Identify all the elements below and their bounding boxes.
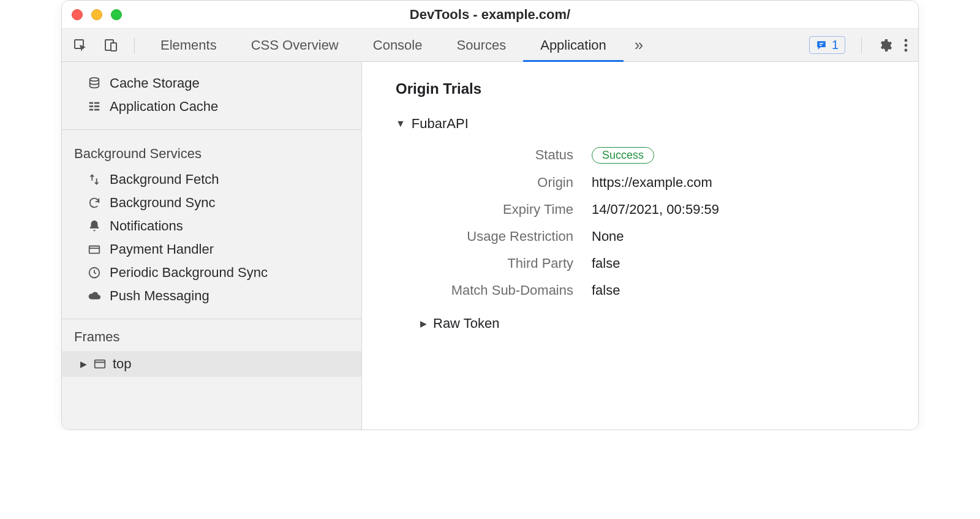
usage-restriction-label: Usage Restriction bbox=[396, 229, 592, 244]
svg-rect-12 bbox=[94, 105, 99, 107]
svg-rect-3 bbox=[820, 43, 823, 44]
usage-restriction-value: None bbox=[592, 229, 624, 244]
more-tabs-button[interactable]: » bbox=[624, 29, 654, 62]
kebab-icon bbox=[903, 38, 908, 53]
svg-rect-14 bbox=[94, 109, 99, 111]
grid-icon bbox=[86, 100, 102, 113]
origin-value: https://example.com bbox=[592, 175, 712, 191]
issues-count: 1 bbox=[832, 38, 839, 52]
third-party-value: false bbox=[592, 256, 620, 271]
expiry-label: Expiry Time bbox=[396, 202, 592, 218]
panel-heading: Origin Trials bbox=[396, 80, 894, 97]
tab-application[interactable]: Application bbox=[523, 29, 624, 62]
svg-point-5 bbox=[905, 39, 908, 42]
close-window-button[interactable] bbox=[72, 9, 83, 20]
sidebar-item-periodic-background-sync[interactable]: Periodic Background Sync bbox=[62, 261, 361, 284]
sidebar-item-label: Cache Storage bbox=[110, 75, 200, 91]
settings-button[interactable] bbox=[878, 38, 892, 53]
svg-rect-13 bbox=[89, 109, 93, 111]
match-subdomains-value: false bbox=[592, 282, 620, 298]
traffic-lights bbox=[72, 9, 122, 20]
sidebar-item-notifications[interactable]: Notifications bbox=[62, 214, 361, 238]
trial-name: FubarAPI bbox=[412, 116, 469, 132]
devtools-window: DevTools - example.com/ Elements CSS Ove… bbox=[61, 0, 919, 430]
third-party-label: Third Party bbox=[396, 256, 592, 271]
sidebar-item-frame-top[interactable]: ▶ top bbox=[62, 351, 361, 377]
sidebar-item-label: Push Messaging bbox=[110, 288, 209, 304]
disclosure-triangle-icon: ▶ bbox=[420, 319, 427, 328]
database-icon bbox=[86, 77, 102, 90]
sidebar-item-push-messaging[interactable]: Push Messaging bbox=[62, 284, 361, 308]
tab-console[interactable]: Console bbox=[356, 29, 440, 62]
more-options-button[interactable] bbox=[903, 38, 908, 53]
expiry-value: 14/07/2021, 00:59:59 bbox=[592, 202, 719, 218]
svg-rect-2 bbox=[111, 43, 116, 51]
minimize-window-button[interactable] bbox=[91, 9, 102, 20]
device-toolbar-button[interactable] bbox=[99, 34, 123, 56]
clock-icon bbox=[86, 266, 102, 279]
sidebar-item-label: Payment Handler bbox=[110, 241, 214, 257]
window-title: DevTools - example.com/ bbox=[62, 7, 918, 23]
tab-css-overview[interactable]: CSS Overview bbox=[234, 29, 356, 62]
svg-rect-11 bbox=[89, 105, 93, 107]
sidebar-item-label: Background Fetch bbox=[110, 172, 219, 188]
trial-disclosure[interactable]: ▼ FubarAPI bbox=[396, 116, 894, 132]
svg-rect-15 bbox=[89, 246, 100, 254]
separator bbox=[134, 37, 135, 53]
sidebar-item-cache-storage[interactable]: Cache Storage bbox=[62, 72, 361, 95]
titlebar: DevTools - example.com/ bbox=[62, 1, 918, 29]
svg-point-7 bbox=[905, 48, 908, 51]
feedback-icon bbox=[816, 40, 827, 51]
fetch-icon bbox=[86, 173, 102, 186]
svg-rect-9 bbox=[89, 102, 93, 104]
sync-icon bbox=[86, 196, 102, 210]
issues-button[interactable]: 1 bbox=[809, 36, 845, 54]
gear-icon bbox=[878, 38, 892, 53]
tab-sources[interactable]: Sources bbox=[439, 29, 523, 62]
svg-rect-10 bbox=[94, 102, 99, 104]
disclosure-triangle-icon: ▼ bbox=[396, 118, 405, 129]
tabbar: Elements CSS Overview Console Sources Ap… bbox=[62, 29, 918, 62]
match-subdomains-label: Match Sub-Domains bbox=[396, 282, 592, 298]
disclosure-triangle-icon: ▶ bbox=[80, 359, 87, 369]
svg-rect-18 bbox=[95, 360, 105, 368]
sidebar-section-background-services[interactable]: Background Services bbox=[62, 136, 361, 168]
svg-point-8 bbox=[90, 78, 99, 81]
credit-card-icon bbox=[86, 243, 102, 256]
tab-elements[interactable]: Elements bbox=[143, 29, 234, 62]
origin-trials-panel: Origin Trials ▼ FubarAPI Status Success … bbox=[362, 62, 918, 430]
application-sidebar: Cache Storage Application Cache Backgrou… bbox=[62, 62, 362, 430]
sidebar-item-background-sync[interactable]: Background Sync bbox=[62, 191, 361, 214]
sidebar-item-background-fetch[interactable]: Background Fetch bbox=[62, 168, 361, 191]
bell-icon bbox=[86, 219, 102, 233]
sidebar-item-label: Periodic Background Sync bbox=[110, 265, 268, 281]
separator bbox=[861, 37, 862, 53]
sidebar-item-application-cache[interactable]: Application Cache bbox=[62, 95, 361, 118]
sidebar-section-frames[interactable]: Frames bbox=[62, 319, 361, 351]
raw-token-label: Raw Token bbox=[433, 316, 499, 331]
sidebar-item-label: Notifications bbox=[110, 218, 183, 234]
sidebar-item-label: Application Cache bbox=[110, 99, 218, 115]
origin-label: Origin bbox=[396, 175, 592, 191]
sidebar-item-payment-handler[interactable]: Payment Handler bbox=[62, 238, 361, 261]
inspect-element-button[interactable] bbox=[68, 34, 92, 56]
raw-token-disclosure[interactable]: ▶ Raw Token bbox=[420, 316, 894, 331]
frame-label: top bbox=[113, 356, 132, 372]
status-badge: Success bbox=[592, 147, 654, 164]
sidebar-item-label: Background Sync bbox=[110, 195, 215, 211]
status-label: Status bbox=[396, 147, 592, 163]
window-icon bbox=[93, 357, 107, 371]
zoom-window-button[interactable] bbox=[111, 9, 122, 20]
svg-rect-4 bbox=[820, 45, 822, 46]
cloud-icon bbox=[86, 289, 102, 303]
svg-point-6 bbox=[905, 44, 908, 47]
